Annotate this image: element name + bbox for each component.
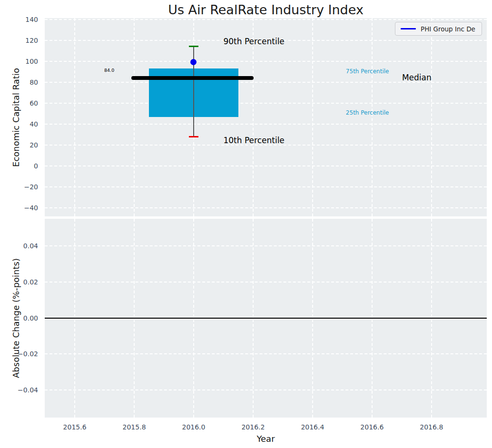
annotation-90th-percentile: 90th Percentile <box>223 37 284 46</box>
annotation-10th-percentile: 10th Percentile <box>223 136 284 145</box>
y-tick-label: −20 <box>10 182 38 192</box>
gridline-horizontal <box>45 207 487 208</box>
x-tick-label: 2015.6 <box>53 422 96 432</box>
legend: PHI Group Inc De <box>395 22 482 36</box>
x-tick-label: 2016.4 <box>291 422 334 432</box>
gridline-horizontal <box>45 124 487 125</box>
whisker-cap-10th <box>189 136 198 138</box>
y-tick-label: −40 <box>10 203 38 213</box>
annotation-25th-percentile: 25th Percentile <box>346 110 389 116</box>
y-tick-label: 0.02 <box>10 277 38 287</box>
top-plot-economic-capital-ratio: 90th Percentile10th Percentile84.075th P… <box>45 18 487 216</box>
zero-line <box>45 318 487 319</box>
y-tick-label: 60 <box>10 98 38 108</box>
y-tick-label: −0.02 <box>10 349 38 359</box>
y-tick-label: 20 <box>10 140 38 150</box>
figure: Us Air RealRate Industry Index 90th Perc… <box>0 0 492 448</box>
x-tick-label: 2016.2 <box>232 422 275 432</box>
legend-label: PHI Group Inc De <box>421 25 475 33</box>
x-axis-label: Year <box>256 434 275 444</box>
company-value-dot <box>190 59 197 65</box>
x-tick-label: 2016.0 <box>172 422 215 432</box>
gridline-horizontal <box>45 19 487 20</box>
bottom-plot-absolute-change <box>45 219 487 418</box>
y-tick-label: 0 <box>10 161 38 171</box>
gridline-horizontal <box>45 282 487 282</box>
gridline-horizontal <box>45 186 487 187</box>
annotation-median-value: 84.0 <box>104 68 114 73</box>
y-tick-label: 100 <box>10 57 38 66</box>
x-tick-label: 2015.8 <box>113 422 156 432</box>
annotation-median: Median <box>402 73 432 82</box>
y-tick-label: −0.04 <box>10 385 38 395</box>
y-tick-label: 40 <box>10 119 38 129</box>
y-tick-label: 140 <box>10 15 38 24</box>
gridline-horizontal <box>45 353 487 354</box>
y-tick-label: 80 <box>10 78 38 87</box>
whisker-cap-90th <box>189 46 198 48</box>
gridline-horizontal <box>45 390 487 390</box>
gridline-horizontal <box>45 103 487 104</box>
annotation-75th-percentile: 75th Percentile <box>346 68 389 75</box>
median-line <box>131 76 254 80</box>
gridline-horizontal <box>45 245 487 246</box>
y-tick-label: 120 <box>10 36 38 45</box>
chart-title: Us Air RealRate Industry Index <box>45 2 487 17</box>
y-tick-label: 0.04 <box>10 241 38 251</box>
x-tick-label: 2016.8 <box>410 422 453 432</box>
legend-line-icon <box>401 28 416 29</box>
gridline-horizontal <box>45 166 487 166</box>
y-tick-label: 0.00 <box>10 313 38 323</box>
x-tick-label: 2016.6 <box>351 422 394 432</box>
gridline-horizontal <box>45 61 487 62</box>
